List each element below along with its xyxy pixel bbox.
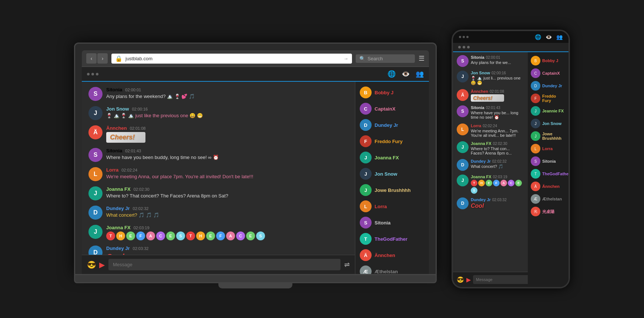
avatar: S (457, 55, 469, 67)
list-item[interactable]: J Jeannie FX (528, 105, 568, 117)
cheers-sticker: Cheers! (106, 132, 145, 143)
list-item[interactable]: C CaptainX (528, 67, 568, 80)
badge-A2: A (226, 231, 235, 240)
emoji-icon[interactable]: 😎 (87, 260, 96, 269)
search-box[interactable]: 🔍 Search (356, 54, 415, 63)
search-placeholder: Search (368, 56, 383, 61)
message-content: Sitonia 02:00:01 Any plans for the we... (471, 55, 511, 65)
user-name: Jowe Brushhhh (542, 132, 566, 141)
list-item[interactable]: Æ Æthelstan (528, 193, 568, 205)
avatar: L (457, 124, 469, 135)
message-input-bar: 😎 ▶ ⇌ (82, 255, 355, 274)
message-content: Joanna FX 02:03:19 T H E F A C E (471, 175, 524, 194)
message-time: 02:01:43 (486, 106, 500, 110)
message-text: Where have you be... long time no see! ⏰ (471, 111, 524, 120)
table-row: J Joanna FX 02:03:19 T H E (88, 225, 348, 240)
avatar: S (88, 87, 103, 101)
browser-window: ‹ › 🔒 justblab.com → 🔍 Search ☰ (82, 50, 429, 274)
message-time: 02:00:16 (132, 107, 148, 111)
phone-users-icon[interactable]: 👥 (556, 34, 563, 40)
table-row: D Dundey Jr 02:03:32 Cool (457, 197, 524, 209)
message-header: Joanna FX 02:02:30 (106, 186, 228, 192)
list-item[interactable]: Ä Ännchen (528, 180, 568, 193)
play-icon[interactable]: ▶ (99, 260, 105, 269)
phone-globe-icon[interactable]: 🌐 (535, 34, 541, 40)
address-bar[interactable]: 🔒 justblab.com → (111, 54, 352, 64)
phone-message-input[interactable] (473, 275, 528, 284)
list-item[interactable]: Ä Ännchen (355, 247, 429, 263)
avatar: J (457, 175, 469, 186)
message-input[interactable] (108, 259, 341, 270)
users-icon[interactable]: 👥 (416, 70, 424, 78)
list-item[interactable]: 光 光桌陽 (528, 205, 568, 218)
message-content: Joanna FX 02:02:30 Where to? That con...… (471, 141, 524, 155)
go-button[interactable]: → (343, 56, 348, 61)
message-username: Sitonia (106, 87, 122, 92)
eye-icon[interactable]: 👁️ (402, 70, 410, 78)
badge-T: T (471, 180, 477, 186)
list-item[interactable]: D Dundey Jr (528, 80, 568, 92)
user-avatar: C (360, 103, 372, 115)
list-item[interactable]: F Freddo Fury (528, 92, 568, 105)
user-name: Jeannie FX (542, 109, 564, 113)
user-name: Jowe Brushhhh (375, 187, 411, 193)
list-item[interactable]: J Jon Snow (355, 166, 429, 182)
laptop-stand (218, 283, 292, 288)
list-item[interactable]: B Bobby J (355, 85, 429, 100)
send-icon[interactable]: ⇌ (344, 261, 350, 269)
message-username: Joanna FX (106, 225, 131, 230)
message-text: What concert? 🎵 (471, 164, 507, 169)
faces-badges: T H E F A C E S T H (106, 231, 265, 240)
menu-icon[interactable]: ☰ (419, 54, 425, 62)
message-time: 02:03:19 (493, 175, 507, 179)
table-row: S Sitonia 02:00:01 Any plans for the we.… (457, 55, 524, 67)
list-item[interactable]: J Joanna FX (355, 150, 429, 165)
phone-play-icon[interactable]: ▶ (466, 276, 471, 283)
message-text: Where have you been buddy, long time no … (106, 155, 219, 160)
tab-icons: 🌐 👁️ 👥 (388, 70, 424, 78)
list-item[interactable]: B Bobby J (528, 54, 568, 67)
user-name: Bobby J (375, 90, 393, 95)
message-content: Jon Snow 02:00:16 🍷 🏔️ 🍷 🏔️ just like th… (106, 106, 203, 118)
list-item[interactable]: Æ Æthelstan (355, 264, 429, 274)
badge-C: C (508, 180, 514, 186)
user-name: Æthelstan (375, 269, 398, 274)
list-item[interactable]: J Jon Snow (528, 117, 568, 130)
user-name: Æthelstan (542, 197, 562, 201)
list-item[interactable]: T TheGodFather (528, 168, 568, 180)
laptop-screen: ‹ › 🔒 justblab.com → 🔍 Search ☰ (74, 43, 437, 275)
message-header: Sitonia 02:01:43 (106, 148, 219, 153)
list-item[interactable]: C CaptainX (355, 101, 429, 116)
message-username: Joanna FX (471, 175, 492, 179)
message-content: Joanna FX 02:03:19 T H E F A (106, 225, 265, 240)
list-item[interactable]: F Freddo Fury (355, 133, 429, 149)
globe-icon[interactable]: 🌐 (388, 70, 396, 78)
list-item[interactable]: J Jowe Brushhhh (528, 130, 568, 142)
user-avatar: D (360, 119, 372, 131)
cool-sticker: Cool (106, 252, 148, 255)
avatar: S (88, 148, 103, 162)
list-item[interactable]: L Lorra (355, 199, 429, 214)
list-item[interactable]: T TheGodFather (355, 231, 429, 247)
tab-dots (87, 73, 98, 75)
forward-button[interactable]: › (97, 53, 108, 64)
list-item[interactable]: S Sitonia (355, 215, 429, 230)
avatar: D (88, 206, 103, 220)
back-button[interactable]: ‹ (86, 53, 97, 64)
user-name: CaptainX (542, 71, 560, 75)
table-row: S Sitonia 02:01:43 Where have you been b… (88, 148, 348, 162)
user-avatar: 光 (531, 207, 540, 216)
phone-eye-icon[interactable]: 👁️ (546, 34, 552, 40)
phone-emoji-icon[interactable]: 😎 (457, 276, 464, 283)
list-item[interactable]: L Lorra (528, 142, 568, 155)
user-avatar: Æ (360, 265, 372, 274)
list-item[interactable]: D Dundey Jr (355, 117, 429, 133)
user-name: Lorra (542, 146, 553, 151)
table-row: D Dundey Jr 02:03:32 Cool (88, 246, 348, 255)
user-avatar: F (360, 135, 372, 147)
list-item[interactable]: S Sitonia (528, 155, 568, 168)
message-time: 02:02:32 (133, 206, 149, 211)
message-username: Jon Snow (471, 71, 490, 75)
phone-dots (459, 36, 469, 38)
list-item[interactable]: J Jowe Brushhhh (355, 182, 429, 198)
